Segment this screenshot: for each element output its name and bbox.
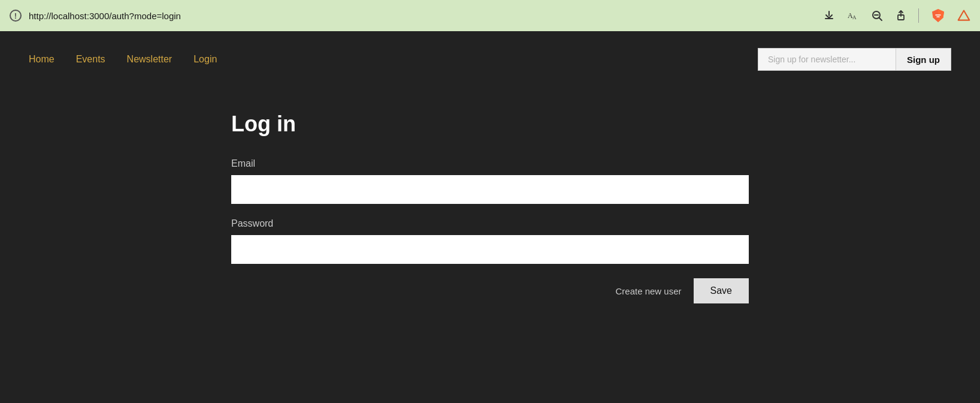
download-icon[interactable] (822, 9, 836, 22)
nav-links: Home Events Newsletter Login (29, 54, 217, 65)
svg-rect-1 (828, 11, 830, 16)
newsletter-input[interactable] (758, 48, 896, 71)
share-icon[interactable] (894, 9, 908, 22)
browser-bar: ! http://localhost:3000/auth?mode=login … (0, 0, 980, 31)
browser-actions: A A (822, 7, 970, 24)
nav-login[interactable]: Login (193, 54, 217, 65)
nav-events[interactable]: Events (76, 54, 105, 65)
svg-line-5 (879, 18, 882, 21)
warning-icon: ! (10, 10, 22, 22)
email-label: Email (231, 158, 749, 169)
save-button[interactable]: Save (694, 278, 749, 303)
svg-text:A: A (852, 14, 857, 20)
signup-button[interactable]: Sign up (896, 48, 951, 71)
nav-newsletter[interactable]: Newsletter (127, 54, 173, 65)
nav-home[interactable]: Home (29, 54, 55, 65)
main-nav: Home Events Newsletter Login Sign up (0, 31, 980, 88)
login-container: Log in Email Password Create new user Sa… (202, 88, 778, 327)
email-input[interactable] (231, 175, 749, 204)
app-logo-icon[interactable] (957, 9, 970, 22)
page-content: Home Events Newsletter Login Sign up Log… (0, 31, 980, 403)
brave-icon[interactable] (930, 7, 946, 24)
zoom-out-icon[interactable] (870, 9, 884, 22)
form-actions: Create new user Save (231, 278, 749, 303)
translate-icon[interactable]: A A (846, 9, 860, 22)
email-group: Email (231, 158, 749, 204)
login-title: Log in (231, 112, 749, 137)
svg-marker-9 (958, 11, 970, 20)
password-label: Password (231, 218, 749, 229)
create-new-user-link[interactable]: Create new user (615, 286, 681, 296)
url-bar[interactable]: http://localhost:3000/auth?mode=login (29, 11, 815, 21)
password-group: Password (231, 218, 749, 264)
password-input[interactable] (231, 235, 749, 264)
browser-divider (918, 8, 919, 23)
newsletter-section: Sign up (758, 48, 951, 71)
